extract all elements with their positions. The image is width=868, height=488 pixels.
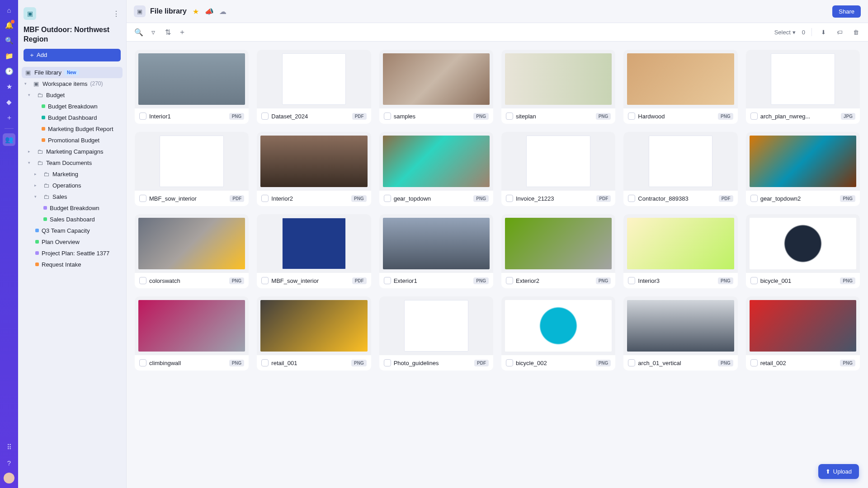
sidebar-folder[interactable]: ▸ 🗀 Marketing Campaigns <box>22 146 123 157</box>
delete-icon[interactable]: 🗑 <box>851 27 861 37</box>
upload-button[interactable]: ⬆ Upload <box>818 464 859 479</box>
file-card[interactable]: Exterior2 PNG <box>501 214 615 288</box>
rail-folder-icon[interactable]: 📁 <box>3 50 15 62</box>
folder-icon: 🗀 <box>36 148 43 155</box>
sidebar-folder[interactable]: ▸ 🗀 Marketing <box>22 169 123 180</box>
file-checkbox[interactable] <box>506 113 513 120</box>
sidebar-folder[interactable]: ▾ 🗀 Team Documents <box>22 157 123 169</box>
share-button[interactable]: Share <box>832 5 861 18</box>
file-thumbnail <box>501 214 615 273</box>
sidebar-item[interactable]: Marketing Budget Report <box>22 123 123 135</box>
cloud-icon[interactable]: ☁ <box>218 7 227 16</box>
sidebar-item[interactable]: Budget Dashboard <box>22 112 123 123</box>
file-checkbox[interactable] <box>139 195 146 202</box>
add-button[interactable]: ＋ Add <box>24 49 121 61</box>
rail-star-icon[interactable]: ★ <box>3 80 15 93</box>
file-card[interactable]: bicycle_002 PNG <box>501 296 615 371</box>
file-card[interactable]: arch_01_vertical PNG <box>623 296 737 371</box>
announce-icon[interactable]: 📣 <box>205 7 214 16</box>
file-card[interactable]: MBF_sow_interior PDF <box>135 132 249 206</box>
file-card[interactable]: Exterior1 PNG <box>379 214 493 288</box>
file-card[interactable]: gear_topdown PNG <box>379 132 493 206</box>
workspace-menu-icon[interactable]: ⋮ <box>112 9 121 18</box>
star-icon[interactable]: ★ <box>191 7 200 16</box>
file-card[interactable]: Contractor_889383 PDF <box>623 132 737 206</box>
file-checkbox[interactable] <box>506 359 513 366</box>
file-name: Interior1 <box>149 113 226 120</box>
file-card[interactable]: retail_002 PNG <box>746 296 860 371</box>
sidebar-folder[interactable]: ▾ 🗀 Sales <box>22 191 123 202</box>
file-checkbox[interactable] <box>628 359 635 366</box>
file-checkbox[interactable] <box>750 277 758 284</box>
file-card[interactable]: colorswatch PNG <box>135 214 249 288</box>
file-card[interactable]: Dataset_2024 PDF <box>257 50 371 124</box>
file-card[interactable]: retail_001 PNG <box>257 296 371 371</box>
file-checkbox[interactable] <box>384 113 391 120</box>
filter-icon[interactable]: ▿ <box>148 27 158 37</box>
sidebar-item[interactable]: Sales Dashboard <box>22 214 123 225</box>
file-card[interactable]: gear_topdown2 PNG <box>746 132 860 206</box>
file-checkbox[interactable] <box>384 359 391 366</box>
file-checkbox[interactable] <box>750 113 758 120</box>
select-dropdown[interactable]: Select ▾ <box>774 29 796 36</box>
file-checkbox[interactable] <box>261 277 269 284</box>
file-card[interactable]: bicycle_001 PNG <box>746 214 860 288</box>
file-checkbox[interactable] <box>384 195 391 202</box>
file-checkbox[interactable] <box>628 195 635 202</box>
file-checkbox[interactable] <box>628 113 635 120</box>
file-card[interactable]: climbingwall PNG <box>135 296 249 371</box>
rail-avatar[interactable] <box>3 472 15 484</box>
rail-clock-icon[interactable]: 🕑 <box>3 65 15 78</box>
sidebar-folder[interactable]: ▾ 🗀 Budget <box>22 89 123 101</box>
download-icon[interactable]: ⬇ <box>818 27 828 37</box>
file-card[interactable]: Photo_guidelines PDF <box>379 296 493 371</box>
rail-diamond-icon[interactable]: ◆ <box>3 96 15 108</box>
file-checkbox[interactable] <box>261 359 269 366</box>
file-name: MBF_sow_interior <box>149 195 227 202</box>
file-card[interactable]: arch_plan_nwreg... JPG <box>746 50 860 124</box>
file-card[interactable]: samples PNG <box>379 50 493 124</box>
sidebar-item[interactable]: Request Intake <box>22 259 123 270</box>
sidebar-item[interactable]: Q3 Team Capacity <box>22 225 123 236</box>
rail-apps-icon[interactable]: ⠿ <box>3 441 15 454</box>
sidebar-item[interactable]: Budget Breakdown <box>22 202 123 214</box>
rail-help-icon[interactable]: ? <box>3 456 15 469</box>
file-card[interactable]: Invoice_21223 PDF <box>501 132 615 206</box>
chevron-right-icon: ▸ <box>34 183 40 188</box>
file-checkbox[interactable] <box>750 359 758 366</box>
sidebar-item[interactable]: Promotional Budget <box>22 135 123 146</box>
sidebar-workspace-items[interactable]: ▾ ▣ Workspace items (270) <box>22 78 123 89</box>
file-checkbox[interactable] <box>384 277 391 284</box>
sidebar-item[interactable]: Project Plan: Seattle 1377 <box>22 248 123 259</box>
add-file-icon[interactable]: ＋ <box>177 27 187 37</box>
file-checkbox[interactable] <box>506 277 513 284</box>
rail-workspace-icon[interactable]: 👥 <box>3 133 15 146</box>
file-card[interactable]: Interior3 PNG <box>623 214 737 288</box>
file-checkbox[interactable] <box>139 113 146 120</box>
tag-icon[interactable]: 🏷 <box>835 27 844 37</box>
sidebar-file-library[interactable]: ▣ File library New <box>22 67 123 78</box>
file-checkbox[interactable] <box>261 195 269 202</box>
rail-home-icon[interactable]: ⌂ <box>3 4 15 16</box>
file-checkbox[interactable] <box>139 359 146 366</box>
chevron-down-icon: ▾ <box>28 160 33 165</box>
file-card[interactable]: Interior2 PNG <box>257 132 371 206</box>
file-card[interactable]: Interior1 PNG <box>135 50 249 124</box>
sidebar-item[interactable]: Budget Breakdown <box>22 101 123 112</box>
file-checkbox[interactable] <box>750 195 758 202</box>
rail-notifications-icon[interactable]: 🔔 <box>3 19 15 32</box>
file-card[interactable]: siteplan PNG <box>501 50 615 124</box>
file-checkbox[interactable] <box>261 113 269 120</box>
file-card[interactable]: MBF_sow_interior PDF <box>257 214 371 288</box>
sort-icon[interactable]: ⇅ <box>163 27 173 37</box>
search-icon[interactable]: 🔍 <box>134 27 144 37</box>
rail-add-icon[interactable]: ＋ <box>3 111 15 124</box>
file-checkbox[interactable] <box>506 195 513 202</box>
file-type-badge: PDF <box>719 195 733 202</box>
file-card[interactable]: Hardwood PNG <box>623 50 737 124</box>
file-checkbox[interactable] <box>628 277 635 284</box>
sidebar-item[interactable]: Plan Overview <box>22 236 123 248</box>
rail-search-icon[interactable]: 🔍 <box>3 34 15 47</box>
sidebar-folder[interactable]: ▸ 🗀 Operations <box>22 180 123 191</box>
file-checkbox[interactable] <box>139 277 146 284</box>
